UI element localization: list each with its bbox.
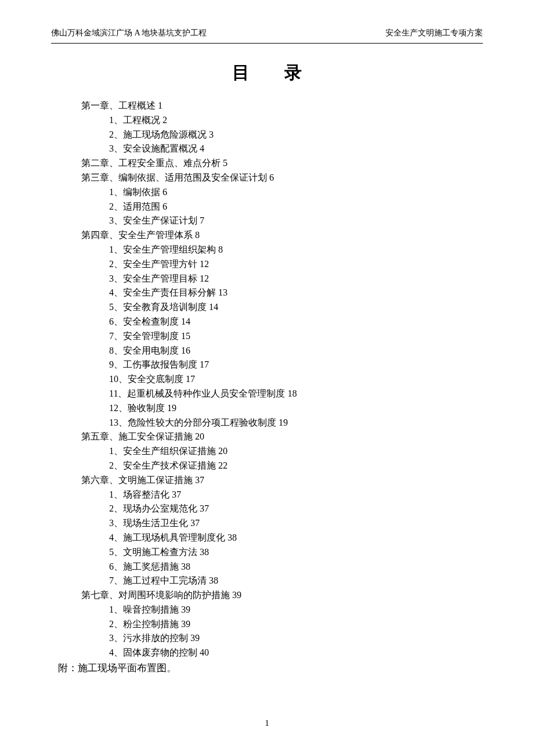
toc-chapter: 第七章、对周围环境影响的防护措施 39	[81, 588, 476, 603]
toc-title: 目录	[0, 61, 534, 85]
appendix-label: 附：	[58, 663, 78, 674]
page-header: 佛山万科金域滨江广场 A 地块基坑支护工程 安全生产文明施工专项方案	[51, 0, 483, 44]
header-left-text: 佛山万科金域滨江广场 A 地块基坑支护工程	[51, 28, 207, 38]
toc-subitem: 2、粉尘控制措施 39	[109, 617, 476, 632]
toc-subitem: 4、施工现场机具管理制度化 38	[109, 531, 476, 545]
table-of-contents: 第一章、工程概述 11、工程概况 22、施工现场危险源概况 33、安全设施配置概…	[81, 99, 476, 660]
appendix-text: 施工现场平面布置图。	[78, 663, 176, 674]
toc-subitem: 10、安全交底制度 17	[109, 372, 476, 387]
toc-chapter: 第一章、工程概述 1	[81, 99, 476, 113]
toc-subitem: 5、文明施工检查方法 38	[109, 545, 476, 560]
toc-subitem: 9、工伤事故报告制度 17	[109, 358, 476, 372]
toc-subitem: 3、安全设施配置概况 4	[109, 142, 476, 156]
toc-subitem: 6、安全检查制度 14	[109, 315, 476, 329]
toc-subitem: 1、工程概况 2	[109, 113, 476, 128]
toc-chapter: 第六章、文明施工保证措施 37	[81, 473, 476, 488]
toc-subitem: 11、起重机械及特种作业人员安全管理制度 18	[109, 387, 476, 401]
toc-subitem: 3、安全生产管理目标 12	[109, 272, 476, 286]
toc-subitem: 2、施工现场危险源概况 3	[109, 128, 476, 142]
toc-subitem: 3、安全生产保证计划 7	[109, 214, 476, 228]
toc-subitem: 2、现场办公室规范化 37	[109, 502, 476, 516]
toc-subitem: 4、安全生产责任目标分解 13	[109, 286, 476, 300]
toc-subitem: 5、安全教育及培训制度 14	[109, 300, 476, 315]
toc-chapter: 第四章、安全生产管理体系 8	[81, 228, 476, 243]
toc-subitem: 1、安全生产管理组织架构 8	[109, 243, 476, 257]
toc-subitem: 7、安全管理制度 15	[109, 329, 476, 344]
page-number: 1	[0, 718, 534, 728]
toc-subitem: 3、污水排放的控制 39	[109, 631, 476, 646]
toc-subitem: 1、安全生产组织保证措施 20	[109, 444, 476, 459]
toc-subitem: 3、现场生活卫生化 37	[109, 516, 476, 531]
toc-subitem: 4、固体废弃物的控制 40	[109, 646, 476, 660]
toc-chapter: 第二章、工程安全重点、难点分析 5	[81, 156, 476, 171]
toc-subitem: 2、适用范围 6	[109, 200, 476, 214]
toc-subitem: 2、安全生产管理方针 12	[109, 257, 476, 272]
toc-chapter: 第三章、编制依据、适用范围及安全保证计划 6	[81, 171, 476, 185]
toc-chapter: 第五章、施工安全保证措施 20	[81, 430, 476, 444]
toc-subitem: 1、噪音控制措施 39	[109, 603, 476, 617]
appendix-line: 附：施工现场平面布置图。	[58, 661, 534, 675]
toc-subitem: 7、施工过程中工完场清 38	[109, 574, 476, 588]
toc-subitem: 13、危险性较大的分部分项工程验收制度 19	[109, 416, 476, 430]
toc-subitem: 1、编制依据 6	[109, 185, 476, 200]
toc-subitem: 6、施工奖惩措施 38	[109, 560, 476, 574]
toc-subitem: 2、安全生产技术保证措施 22	[109, 459, 476, 473]
toc-subitem: 12、验收制度 19	[109, 401, 476, 416]
toc-subitem: 1、场容整洁化 37	[109, 488, 476, 502]
toc-subitem: 8、安全用电制度 16	[109, 344, 476, 358]
header-right-text: 安全生产文明施工专项方案	[385, 28, 483, 38]
